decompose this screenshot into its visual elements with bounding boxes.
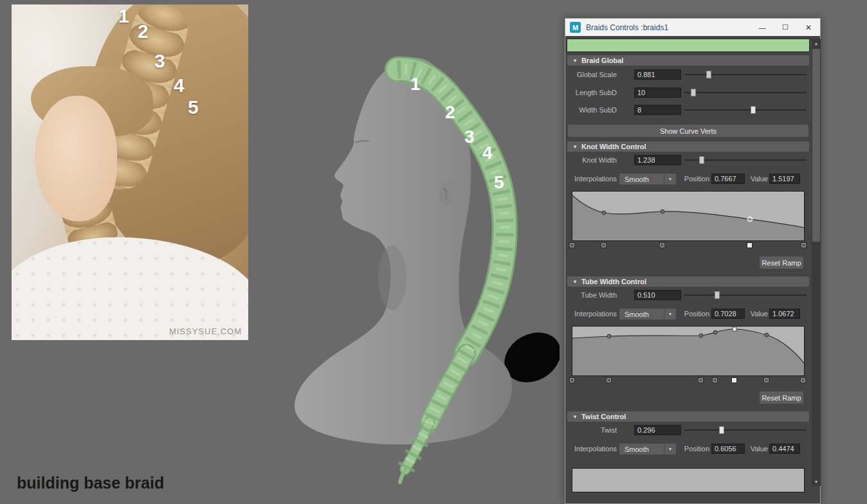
window-title: Braids Controls :braids1 — [586, 23, 668, 32]
maximize-button[interactable]: ☐ — [774, 19, 797, 36]
twist-position-field[interactable] — [711, 444, 745, 454]
slider-handle[interactable] — [706, 71, 711, 78]
ramp-point-marker[interactable] — [712, 377, 718, 383]
knot-point-value-field[interactable] — [769, 174, 800, 184]
knot-interpolation-dropdown[interactable]: Smooth ▼ — [619, 174, 676, 184]
ramp-point-marker[interactable] — [801, 242, 807, 248]
ramp-point-marker[interactable] — [569, 242, 575, 248]
ramp-point[interactable] — [713, 330, 717, 334]
tube-position-label: Position — [680, 309, 709, 319]
section-header-tube-width[interactable]: ▼ Tube Width Control — [567, 276, 809, 287]
knot-width-field[interactable] — [634, 155, 681, 165]
photo-step-4: 4 — [174, 75, 185, 96]
minimize-button[interactable]: — — [751, 19, 774, 36]
knot-width-ramp[interactable] — [572, 191, 805, 241]
ramp-point-selected[interactable] — [733, 327, 736, 331]
twist-ramp[interactable] — [572, 468, 805, 492]
braids-controls-window: M Braids Controls :braids1 — ☐ ✕ ▼ Braid… — [565, 18, 821, 504]
scrollbar-thumb[interactable] — [812, 49, 820, 242]
photo-step-3: 3 — [154, 50, 165, 72]
collapse-triangle-icon[interactable]: ▼ — [572, 58, 578, 64]
tube-point-value-field[interactable] — [769, 309, 800, 319]
section-header-braid-global[interactable]: ▼ Braid Global — [567, 55, 809, 66]
knot-position-field[interactable] — [711, 174, 745, 184]
ramp-fill — [572, 195, 804, 240]
ramp-point-selected[interactable] — [748, 217, 753, 222]
neck-shading — [378, 246, 406, 310]
slider-handle[interactable] — [751, 106, 756, 114]
photo-watermark: MISSYSUE.COM — [169, 327, 242, 336]
length-subd-slider[interactable] — [684, 87, 807, 98]
section-title: Knot Width Control — [581, 143, 646, 150]
slider-track — [684, 92, 807, 93]
slider-handle[interactable] — [691, 89, 696, 96]
ramp-point-marker[interactable] — [569, 377, 575, 383]
ramp-point[interactable] — [765, 333, 769, 337]
width-subd-slider[interactable] — [684, 105, 807, 115]
chevron-down-icon[interactable]: ▼ — [664, 444, 676, 455]
twist-slider[interactable] — [684, 425, 807, 435]
scroll-up-icon[interactable]: ▲ — [812, 39, 821, 48]
caption: building base braid — [17, 474, 164, 492]
scroll-down-icon[interactable]: ▼ — [812, 477, 821, 486]
viewport-step-5: 5 — [494, 172, 504, 192]
dropdown-value: Smooth — [625, 176, 664, 183]
ramp-point-marker[interactable] — [601, 242, 607, 248]
slider-handle[interactable] — [699, 156, 704, 164]
tube-width-ramp[interactable] — [572, 326, 805, 376]
tube-width-field[interactable] — [634, 290, 681, 300]
close-button[interactable]: ✕ — [797, 19, 820, 36]
tube-position-field[interactable] — [711, 309, 745, 319]
ramp-point[interactable] — [699, 334, 703, 338]
ramp-point-marker[interactable] — [659, 242, 665, 248]
width-subd-field[interactable] — [634, 105, 681, 115]
tube-reset-ramp-button[interactable]: Reset Ramp — [760, 392, 803, 404]
global-scale-slider[interactable] — [684, 69, 807, 80]
ramp-point[interactable] — [602, 211, 606, 215]
slider-track — [684, 429, 807, 431]
tube-interpolation-dropdown[interactable]: Smooth ▼ — [619, 309, 676, 320]
dropdown-value: Smooth — [625, 310, 664, 318]
window-buttons: — ☐ ✕ — [751, 19, 820, 36]
collapse-triangle-icon[interactable]: ▼ — [572, 414, 578, 420]
length-subd-label: Length SubD — [565, 87, 617, 98]
ramp-point-marker-selected[interactable] — [731, 377, 737, 383]
knot-interpolations-label: Interpolations — [565, 174, 617, 184]
viewport-step-4: 4 — [482, 143, 493, 163]
knot-width-slider[interactable] — [684, 155, 807, 165]
tube-width-label: Tube Width — [565, 290, 617, 300]
width-subd-label: Width SubD — [565, 105, 617, 115]
collapse-triangle-icon[interactable]: ▼ — [572, 144, 578, 150]
global-scale-field[interactable] — [634, 69, 681, 80]
section-header-knot-width[interactable]: ▼ Knot Width Control — [567, 141, 809, 152]
section-header-twist[interactable]: ▼ Twist Control — [567, 411, 809, 422]
chevron-down-icon[interactable]: ▼ — [664, 174, 676, 184]
ramp-point-marker[interactable] — [800, 377, 806, 383]
twist-value-label: Value — [747, 444, 768, 454]
color-swatch[interactable] — [567, 39, 810, 52]
ramp-point[interactable] — [661, 210, 664, 213]
tube-value-label: Value — [747, 309, 768, 319]
slider-handle[interactable] — [715, 291, 720, 299]
twist-point-value-field[interactable] — [769, 444, 800, 454]
knot-value-label: Value — [747, 174, 768, 184]
slider-handle[interactable] — [719, 426, 724, 434]
twist-field[interactable] — [634, 425, 681, 435]
ramp-point-marker[interactable] — [698, 377, 704, 383]
length-subd-field[interactable] — [634, 87, 681, 98]
twist-interpolation-dropdown[interactable]: Smooth ▼ — [619, 444, 676, 455]
section-title: Twist Control — [581, 413, 626, 420]
knot-reset-ramp-button[interactable]: Reset Ramp — [760, 256, 803, 269]
ramp-point-marker-selected[interactable] — [747, 242, 753, 248]
global-scale-label: Global Scale — [565, 69, 617, 80]
ramp-point[interactable] — [607, 334, 611, 338]
window-titlebar[interactable]: M Braids Controls :braids1 — ☐ ✕ — [565, 19, 820, 36]
tube-width-slider[interactable] — [684, 290, 807, 300]
show-curve-verts-button[interactable]: Show Curve Verts — [568, 125, 808, 137]
panel-scrollbar[interactable]: ▲ ▼ — [812, 39, 821, 486]
collapse-triangle-icon[interactable]: ▼ — [572, 279, 578, 285]
ramp-point-marker[interactable] — [763, 377, 769, 383]
3d-viewport[interactable]: 1 2 3 4 5 — [277, 39, 560, 504]
chevron-down-icon[interactable]: ▼ — [664, 309, 676, 320]
ramp-point-marker[interactable] — [606, 377, 612, 383]
